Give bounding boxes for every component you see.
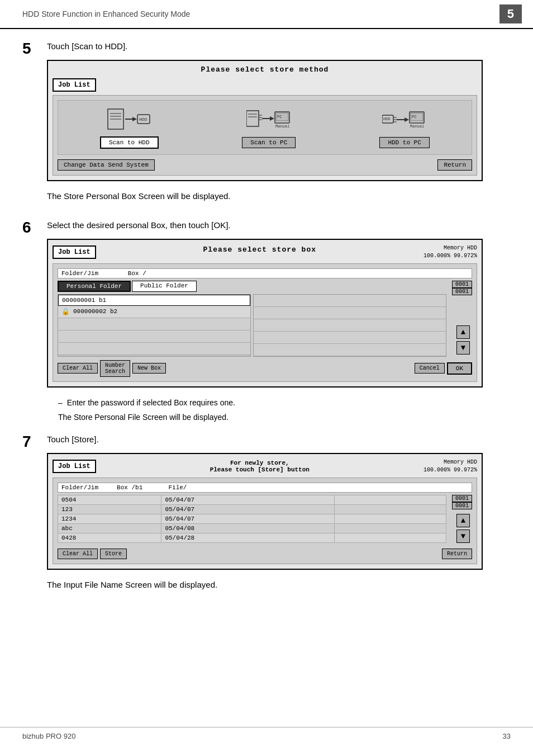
store-btn[interactable]: Store bbox=[100, 549, 127, 559]
screen3-counter-bottom: 0001 bbox=[452, 502, 472, 509]
nav-arrows: ▲ ▼ bbox=[454, 323, 472, 357]
return-btn-1[interactable]: Return bbox=[437, 159, 472, 171]
job-list-button-1[interactable]: Job List bbox=[53, 78, 96, 92]
scan-to-hdd-icon: HDD bbox=[107, 106, 151, 134]
file-name-abc: abc bbox=[58, 523, 161, 533]
screen2-inner: Folder/Jim Box / Personal Folder Public … bbox=[53, 263, 477, 382]
screen3-nav-up[interactable]: ▲ bbox=[456, 514, 470, 527]
scan-to-pc-btn[interactable]: Scan to PC bbox=[242, 137, 296, 148]
box-item-2[interactable]: 🔒 000000002 b2 bbox=[58, 306, 250, 318]
step-6-sub: – Enter the password if selected Box req… bbox=[58, 396, 511, 424]
file-date-0504: 05/04/07 bbox=[161, 495, 335, 504]
svg-marker-26 bbox=[404, 117, 409, 122]
screen-select-box: Job List Please select store box Memory … bbox=[47, 239, 483, 388]
screen3-counter: 0001 0001 bbox=[452, 495, 472, 509]
file-date-123: 05/04/07 bbox=[161, 504, 335, 514]
screen2-tabs-area: Personal Folder Public Folder 000000001 … bbox=[58, 281, 472, 357]
file-name-0428: 0428 bbox=[58, 533, 161, 542]
scan-to-hdd-option: HDD Scan to HDD bbox=[100, 106, 159, 149]
box-list-right bbox=[253, 294, 446, 357]
screen1-bottom-row: Change Data Send System Return bbox=[58, 159, 472, 171]
right-empty-2 bbox=[254, 307, 446, 319]
job-list-button-3[interactable]: Job List bbox=[53, 460, 96, 473]
file-row-0428[interactable]: 0428 05/04/28 bbox=[58, 533, 446, 542]
screen-store: Job List For newly store, Please touch [… bbox=[47, 453, 483, 570]
screen3-memory-hdd: Memory HDD 100.000% 99.972% bbox=[423, 459, 477, 474]
nav-down-arrow[interactable]: ▼ bbox=[456, 341, 470, 355]
counter-area: 0001 0001 bbox=[452, 281, 472, 295]
page-header: HDD Store Function in Enhanced Security … bbox=[0, 0, 533, 29]
step-7-text: Touch [Store]. bbox=[47, 433, 511, 446]
file-list-area: 0504 05/04/07 123 05/04/07 bbox=[58, 495, 446, 545]
dash-item-1: – Enter the password if selected Box req… bbox=[58, 396, 511, 409]
file-row-abc[interactable]: abc 05/04/08 bbox=[58, 523, 446, 533]
hdd-to-pc-btn[interactable]: HDD to PC bbox=[379, 137, 430, 148]
screen2-title: Please select store box bbox=[96, 245, 423, 254]
scan-options-area: HDD Scan to HDD bbox=[58, 100, 472, 155]
screen3-nav-down[interactable]: ▼ bbox=[456, 530, 470, 543]
job-list-button-2[interactable]: Job List bbox=[53, 245, 96, 259]
file-extra-abc bbox=[335, 523, 446, 533]
screen-scan-to-hdd: Please select store method Job List bbox=[47, 60, 483, 181]
svg-text:PC: PC bbox=[277, 115, 282, 119]
scan-to-hdd-btn[interactable]: Scan to HDD bbox=[100, 136, 159, 149]
public-folder-tab[interactable]: Public Folder bbox=[132, 281, 197, 292]
step-7-number: 7 bbox=[22, 433, 38, 451]
screen3-title: For newly store, Please touch [Store] bu… bbox=[96, 460, 423, 473]
file-row-1234[interactable]: 1234 05/04/07 bbox=[58, 514, 446, 523]
step-7-sub: The Input File Name Screen will be displ… bbox=[47, 579, 511, 592]
main-content: 5 Touch [Scan to HDD]. Please select sto… bbox=[0, 40, 533, 630]
file-extra-0428 bbox=[335, 533, 446, 542]
page-number: 5 bbox=[499, 4, 522, 23]
clear-all-btn-3[interactable]: Clear All bbox=[58, 549, 98, 559]
file-date-1234: 05/04/07 bbox=[161, 514, 335, 523]
footer-page: 33 bbox=[503, 732, 511, 740]
svg-text:Manual: Manual bbox=[410, 124, 424, 129]
svg-text:Manual: Manual bbox=[275, 124, 289, 129]
box-empty-1 bbox=[58, 318, 250, 330]
screen1-inner: HDD Scan to HDD bbox=[53, 95, 477, 176]
screen3-counter-top: 0001 bbox=[452, 495, 472, 502]
file-table: 0504 05/04/07 123 05/04/07 bbox=[58, 495, 446, 543]
box-1-id: 000000001 b1 bbox=[62, 297, 106, 304]
step-6-text: Select the desired personal Box, then to… bbox=[47, 219, 511, 232]
personal-folder-tab[interactable]: Personal Folder bbox=[58, 281, 131, 292]
change-data-send-btn[interactable]: Change Data Send System bbox=[58, 159, 155, 171]
svg-text:HDD: HDD bbox=[383, 117, 391, 121]
clear-all-btn-2[interactable]: Clear All bbox=[58, 363, 98, 374]
file-extra-123 bbox=[335, 504, 446, 514]
step-5: 5 Touch [Scan to HDD]. Please select sto… bbox=[22, 40, 511, 209]
screen2-memory-hdd: Memory HDD 100.000% 99.972% bbox=[423, 244, 477, 260]
svg-text:HDD: HDD bbox=[139, 117, 147, 122]
box-2-id: 000000002 b2 bbox=[73, 308, 117, 315]
file-row-123[interactable]: 123 05/04/07 bbox=[58, 504, 446, 514]
step-7-content: Touch [Store]. Job List For newly store,… bbox=[47, 433, 511, 598]
screen3-main-area: 0504 05/04/07 123 05/04/07 bbox=[58, 495, 472, 545]
step-6-number: 6 bbox=[22, 219, 38, 237]
step-7: 7 Touch [Store]. Job List For newly stor… bbox=[22, 433, 511, 598]
return-btn-3[interactable]: Return bbox=[442, 549, 472, 559]
hdd-to-pc-icon: HDD bbox=[382, 107, 427, 135]
file-name-1234: 1234 bbox=[58, 514, 161, 523]
counter-bottom: 0001 bbox=[452, 288, 472, 295]
step-6-content: Select the desired personal Box, then to… bbox=[47, 219, 511, 423]
hdd-to-pc-option: HDD bbox=[379, 107, 430, 148]
screen1-top-row: Job List bbox=[53, 78, 477, 92]
nav-up-arrow[interactable]: ▲ bbox=[456, 325, 470, 339]
file-date-abc: 05/04/08 bbox=[161, 523, 335, 533]
lock-icon-1: 🔒 bbox=[61, 308, 70, 316]
step-6: 6 Select the desired personal Box, then … bbox=[22, 219, 511, 423]
ok-btn[interactable]: OK bbox=[447, 362, 472, 375]
svg-rect-8 bbox=[246, 111, 259, 126]
screen1-title: Please select store method bbox=[53, 65, 477, 74]
footer-product: bizhub PRO 920 bbox=[22, 732, 75, 740]
file-row-0504[interactable]: 0504 05/04/07 bbox=[58, 495, 446, 504]
number-search-btn[interactable]: NumberSearch bbox=[100, 360, 130, 377]
cancel-btn-2[interactable]: Cancel bbox=[415, 363, 445, 374]
svg-text:PC: PC bbox=[412, 115, 416, 119]
file-extra-1234 bbox=[335, 514, 446, 523]
new-box-btn[interactable]: New Box bbox=[132, 363, 166, 374]
svg-marker-15 bbox=[270, 116, 274, 121]
step-5-number: 5 bbox=[22, 40, 38, 58]
box-item-1[interactable]: 000000001 b1 bbox=[58, 295, 250, 306]
